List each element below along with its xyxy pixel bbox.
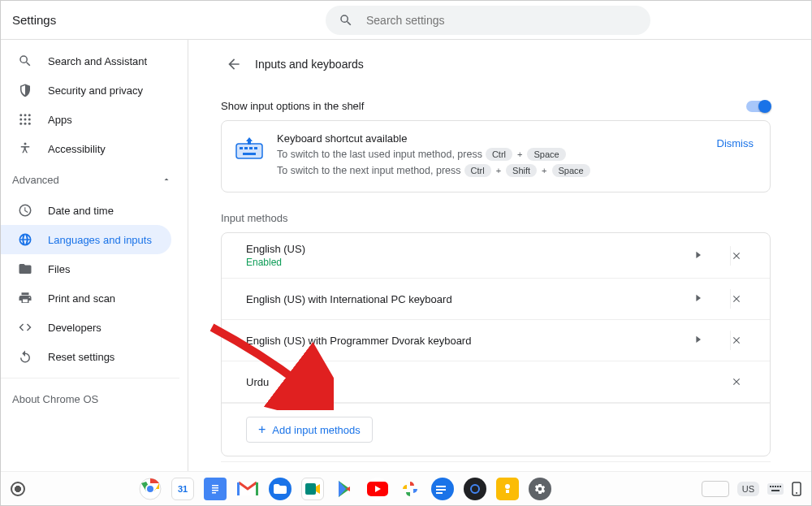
input-methods-label: Input methods bbox=[221, 212, 771, 224]
svg-point-5 bbox=[28, 119, 31, 121]
svg-rect-11 bbox=[240, 147, 243, 149]
svg-rect-12 bbox=[244, 147, 248, 149]
back-button[interactable] bbox=[221, 51, 247, 77]
main-content: Inputs and keyboards Show input options … bbox=[188, 40, 811, 471]
svg-rect-39 bbox=[777, 486, 779, 487]
sidebar-item-label: Reset settings bbox=[48, 351, 114, 363]
meet-icon[interactable] bbox=[301, 478, 324, 500]
svg-rect-37 bbox=[772, 486, 774, 487]
sidebar-item-label: Accessibility bbox=[48, 143, 106, 155]
sidebar-item-security[interactable]: Security and privacy bbox=[1, 76, 171, 105]
svg-rect-24 bbox=[212, 492, 216, 494]
camera-icon[interactable] bbox=[464, 478, 486, 500]
sidebar-item-files[interactable]: Files bbox=[1, 254, 171, 283]
key-chip: Ctrl bbox=[486, 148, 512, 161]
plus-icon: + bbox=[495, 166, 503, 175]
search-icon bbox=[17, 53, 33, 69]
method-details-button[interactable] bbox=[695, 331, 731, 350]
svg-point-1 bbox=[24, 114, 27, 116]
svg-rect-15 bbox=[243, 153, 256, 155]
system-tray[interactable]: US bbox=[702, 481, 801, 497]
keyboard-tray-icon[interactable] bbox=[767, 483, 784, 495]
sidebar-item-label: Print and scan bbox=[48, 292, 115, 305]
svg-point-4 bbox=[24, 119, 27, 121]
input-method-row[interactable]: English (US) with Programmer Dvorak keyb… bbox=[222, 320, 770, 361]
svg-rect-31 bbox=[436, 492, 443, 494]
svg-rect-38 bbox=[775, 486, 776, 487]
dismiss-button[interactable]: Dismiss bbox=[714, 132, 758, 154]
phone-tray-icon[interactable] bbox=[792, 482, 801, 496]
search-box[interactable] bbox=[326, 6, 650, 35]
sidebar-advanced-toggle[interactable]: Advanced bbox=[1, 163, 188, 196]
chevron-up-icon bbox=[162, 175, 171, 184]
info-title: Keyboard shortcut available bbox=[277, 132, 714, 145]
search-input[interactable] bbox=[366, 14, 637, 27]
sidebar-item-date-time[interactable]: Date and time bbox=[1, 196, 171, 225]
method-name: English (US) with Programmer Dvorak keyb… bbox=[246, 335, 695, 347]
shelf-toggle[interactable] bbox=[746, 101, 771, 112]
chevron-right-icon bbox=[695, 294, 702, 304]
method-remove-button[interactable] bbox=[731, 245, 770, 266]
sidebar-item-apps[interactable]: Apps bbox=[1, 105, 171, 134]
svg-rect-21 bbox=[212, 485, 218, 487]
method-remove-button[interactable] bbox=[731, 288, 770, 309]
svg-rect-23 bbox=[212, 490, 218, 491]
sidebar: Search and Assistant Security and privac… bbox=[1, 40, 188, 471]
plus-icon: + bbox=[258, 423, 266, 436]
add-input-methods-button[interactable]: + Add input methods bbox=[246, 417, 373, 443]
input-method-row[interactable]: Urdu bbox=[222, 361, 770, 403]
chevron-right-icon bbox=[695, 335, 702, 345]
advanced-label: Advanced bbox=[12, 174, 59, 186]
svg-point-8 bbox=[28, 123, 31, 125]
chrome-icon[interactable] bbox=[139, 478, 162, 500]
language-indicator[interactable]: US bbox=[737, 482, 759, 496]
input-method-row[interactable]: English (US) with International PC keybo… bbox=[222, 279, 770, 320]
messages-icon[interactable] bbox=[431, 478, 454, 500]
svg-rect-34 bbox=[506, 490, 509, 493]
sidebar-item-languages[interactable]: Languages and inputs bbox=[1, 225, 171, 254]
info-line2-text: To switch to the next input method, pres… bbox=[277, 165, 461, 176]
play-store-icon[interactable] bbox=[334, 478, 356, 500]
apps-grid-icon bbox=[17, 111, 33, 128]
plus-icon: + bbox=[540, 166, 548, 175]
info-line1-text: To switch to the last used input method,… bbox=[277, 149, 482, 160]
sidebar-item-developers[interactable]: Developers bbox=[1, 313, 171, 342]
keep-icon[interactable] bbox=[496, 478, 519, 500]
gmail-icon[interactable] bbox=[236, 478, 259, 500]
calendar-icon[interactable]: 31 bbox=[171, 478, 194, 500]
keyboard-shortcut-card: Keyboard shortcut available To switch to… bbox=[221, 120, 771, 192]
keyboard-shortcut-icon bbox=[235, 135, 264, 161]
settings-icon[interactable] bbox=[529, 478, 551, 500]
method-details-button[interactable] bbox=[695, 246, 731, 266]
method-name: English (US) bbox=[246, 243, 695, 255]
docs-icon[interactable] bbox=[204, 478, 227, 500]
reset-icon bbox=[17, 348, 33, 365]
close-icon bbox=[731, 335, 742, 346]
svg-point-6 bbox=[19, 123, 22, 125]
launcher-button[interactable] bbox=[11, 482, 25, 496]
svg-point-2 bbox=[28, 114, 31, 116]
sidebar-item-label: Developers bbox=[48, 322, 102, 334]
method-remove-button[interactable] bbox=[731, 330, 770, 351]
svg-rect-30 bbox=[436, 489, 446, 491]
sidebar-about[interactable]: About Chrome OS bbox=[1, 385, 188, 413]
method-details-button[interactable] bbox=[695, 289, 731, 309]
sidebar-item-accessibility[interactable]: Accessibility bbox=[1, 134, 171, 163]
info-line-2: To switch to the next input method, pres… bbox=[277, 164, 714, 177]
method-remove-button[interactable] bbox=[731, 371, 770, 392]
svg-rect-25 bbox=[237, 482, 240, 495]
header: Settings bbox=[1, 1, 811, 40]
taskbar: 31 US bbox=[1, 471, 811, 505]
sidebar-item-reset[interactable]: Reset settings bbox=[1, 342, 171, 371]
sidebar-item-print[interactable]: Print and scan bbox=[1, 283, 171, 313]
input-method-row[interactable]: English (US) Enabled bbox=[222, 233, 770, 279]
youtube-icon[interactable] bbox=[366, 478, 389, 500]
key-chip: Ctrl bbox=[464, 164, 491, 177]
photos-icon[interactable] bbox=[399, 478, 421, 500]
sidebar-item-search-assistant[interactable]: Search and Assistant bbox=[1, 46, 171, 76]
plus-icon: + bbox=[516, 149, 524, 159]
files-icon[interactable] bbox=[269, 478, 292, 500]
close-icon bbox=[731, 376, 742, 387]
tray-placeholder[interactable] bbox=[702, 481, 729, 497]
shield-icon bbox=[17, 82, 33, 98]
